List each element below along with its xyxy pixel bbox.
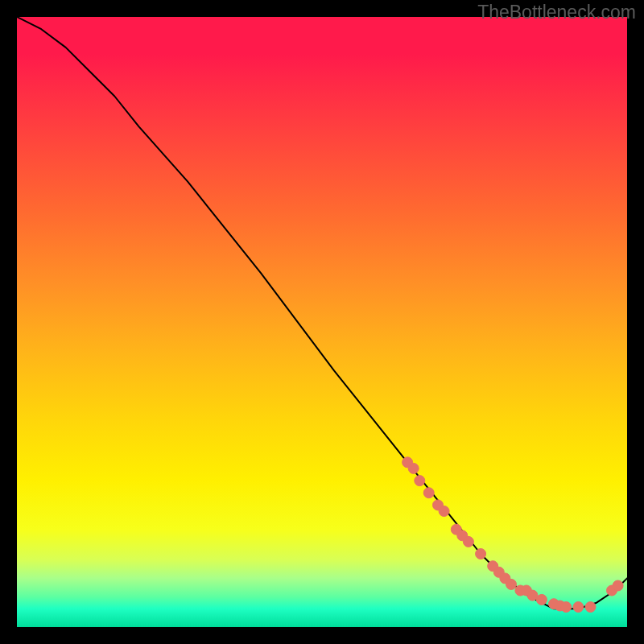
data-point [613, 580, 623, 591]
data-point [415, 476, 425, 486]
plot-area [17, 17, 627, 627]
data-point [536, 594, 547, 605]
data-point [423, 488, 434, 498]
data-point [506, 579, 517, 589]
data-point [585, 602, 596, 613]
data-point [561, 602, 572, 613]
data-point [573, 602, 584, 613]
scatter-group [402, 457, 623, 613]
data-point [463, 536, 473, 547]
watermark-text: TheBottleneck.com [477, 2, 636, 23]
data-point [439, 506, 449, 517]
data-point [408, 463, 419, 473]
chart-frame: TheBottleneck.com [0, 0, 644, 644]
main-curve [17, 17, 627, 609]
data-point [476, 549, 486, 559]
chart-overlay-svg [17, 17, 627, 627]
